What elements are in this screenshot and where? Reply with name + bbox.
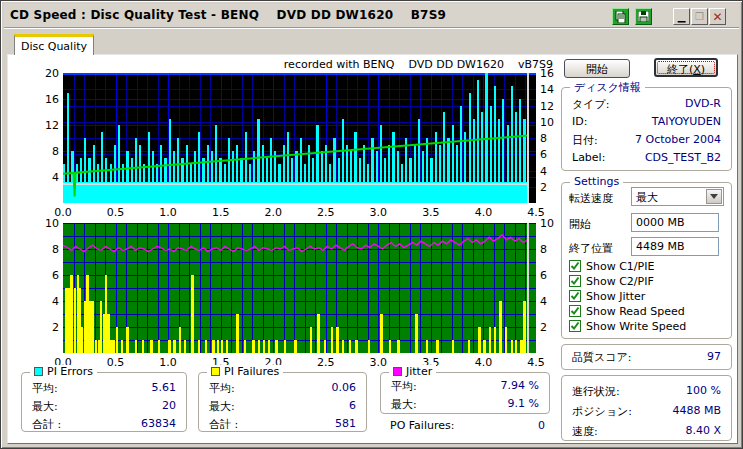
axis-tick-label: 16 — [37, 93, 59, 106]
pi-errors-stats-box: PI Errors 平均:5.61最大:20合計 :63834 — [21, 372, 187, 432]
checkbox-show-write-speed[interactable]: Show Write Speed — [569, 319, 686, 333]
pi-errors-stat-row: 合計 :63834 — [32, 417, 176, 433]
pi-failures-stat-row: 合計 :581 — [209, 417, 356, 433]
tab-disc-quality[interactable]: Disc Quality — [14, 34, 94, 55]
minimize-button[interactable]: ▁ — [673, 8, 690, 25]
progress-value: 4488 MB — [672, 404, 721, 417]
checkbox-box[interactable] — [569, 290, 581, 302]
jitter-stat-value: 9.1 % — [508, 397, 539, 410]
checkbox-label: Show Read Speed — [586, 305, 685, 318]
checkbox-label: Show Jitter — [586, 290, 645, 303]
pi-errors-stat-label: 最大: — [32, 399, 58, 414]
pi-failures-stat-value: 0.06 — [332, 381, 357, 394]
axis-tick-label: 3.0 — [365, 356, 391, 369]
progress-row: ポジション:4488 MB — [572, 404, 721, 420]
axis-tick-label: 6 — [37, 269, 59, 282]
progress-value: 8.40 X — [685, 424, 721, 437]
disc-info-value: 7 October 2004 — [635, 133, 721, 146]
minimize-icon: ▁ — [678, 12, 686, 22]
checkbox-box[interactable] — [569, 320, 581, 332]
check-icon — [570, 306, 580, 316]
axis-tick-label: 0.0 — [50, 206, 76, 219]
transfer-speed-value: 最大 — [636, 191, 658, 204]
axis-tick-label: 1.0 — [155, 206, 181, 219]
checkbox-label: Show C2/PIF — [586, 275, 654, 288]
disc-info-label: タイプ: — [572, 97, 609, 112]
axis-tick-label: 4.0 — [470, 356, 496, 369]
pi-failures-legend-chip — [211, 367, 220, 376]
jitter-stats-box: Jitter 平均:7.94 %最大:9.1 % — [380, 372, 550, 414]
axis-tick-label: 4.0 — [470, 206, 496, 219]
disc-info-title: ディスク情報 — [574, 80, 641, 95]
pi-errors-stat-label: 合計 : — [32, 417, 61, 432]
progress-box: 進行状況:100 %ポジション:4488 MB速度:8.40 X — [561, 375, 732, 441]
checkbox-show-c1-pie[interactable]: Show C1/PIE — [569, 259, 654, 273]
exit-button[interactable]: 終了(X) — [654, 58, 718, 77]
pi-errors-stat-value: 5.61 — [152, 381, 177, 394]
maximize-icon: ❐ — [695, 12, 704, 22]
checkbox-show-read-speed[interactable]: Show Read Speed — [569, 304, 685, 318]
check-icon — [570, 291, 580, 301]
start-position-label: 開始 — [569, 217, 591, 232]
disc-info-row: ID:TAIYOYUDEN — [572, 115, 721, 131]
title-bar[interactable]: CD Speed : Disc Quality Test - BENQ DVD … — [4, 4, 739, 28]
checkbox-label: Show C1/PIE — [586, 260, 654, 273]
axis-tick-label: 8 — [37, 243, 59, 256]
axis-tick-label: 0.5 — [103, 356, 129, 369]
disc-info-value: CDS_TEST_B2 — [645, 151, 721, 164]
pi-failures-stat-row: 平均:0.06 — [209, 381, 356, 397]
disc-info-label: 日付: — [572, 133, 598, 148]
progress-row: 速度:8.40 X — [572, 424, 721, 440]
checkbox-show-c2-pif[interactable]: Show C2/PIF — [569, 274, 654, 288]
pi-failures-title: PI Failures — [224, 365, 279, 378]
save-button[interactable] — [635, 8, 652, 25]
jitter-stat-value: 7.94 % — [501, 379, 539, 392]
progress-label: ポジション: — [572, 404, 632, 419]
combo-dropdown-button[interactable] — [706, 189, 722, 204]
chart-header-text: recorded with BENQ DVD DD DW1620 vB7S9 — [221, 58, 553, 71]
axis-tick-label: 2.0 — [260, 206, 286, 219]
disc-info-label: ID: — [572, 115, 587, 128]
axis-tick-label: 4 — [37, 171, 59, 184]
pi-failures-stats-box: PI Failures 平均:0.06最大:6合計 :581 — [198, 372, 367, 432]
chevron-down-icon — [710, 194, 718, 199]
axis-tick-label: 0.5 — [103, 206, 129, 219]
maximize-button[interactable]: ❐ — [691, 8, 708, 25]
axis-tick-label: 3.5 — [418, 206, 444, 219]
quality-score-value: 97 — [707, 350, 721, 363]
pi-errors-chart — [63, 73, 536, 203]
pi-errors-legend-chip — [34, 367, 43, 376]
disc-info-row: Label:CDS_TEST_B2 — [572, 151, 721, 167]
check-icon — [570, 321, 580, 331]
app-window: CD Speed : Disc Quality Test - BENQ DVD … — [0, 0, 743, 449]
axis-tick-label: 2 — [37, 321, 59, 334]
quality-score-label: 品質スコア: — [572, 350, 631, 365]
close-icon: ✕ — [712, 12, 722, 22]
pi-failures-stat-label: 平均: — [209, 381, 235, 396]
pi-errors-stat-value: 20 — [162, 399, 176, 412]
axis-tick-label: 2.5 — [313, 356, 339, 369]
checkbox-box[interactable] — [569, 275, 581, 287]
checkbox-box[interactable] — [569, 260, 581, 272]
start-button[interactable]: 開始 — [564, 59, 630, 78]
disc-info-row: タイプ:DVD-R — [572, 97, 721, 113]
close-button[interactable]: ✕ — [709, 8, 726, 25]
checkbox-box[interactable] — [569, 305, 581, 317]
pi-failures-stat-label: 最大: — [209, 399, 235, 414]
axis-tick-label: 1.5 — [208, 206, 234, 219]
transfer-speed-combobox[interactable]: 最大 — [631, 187, 724, 206]
start-position-field[interactable]: 0000 MB — [631, 213, 719, 232]
checkbox-show-jitter[interactable]: Show Jitter — [569, 289, 645, 303]
check-icon — [570, 276, 580, 286]
pi-failures-stat-value: 6 — [349, 399, 356, 412]
floppy-disk-icon — [638, 11, 649, 22]
end-position-field[interactable]: 4489 MB — [631, 237, 719, 256]
po-failures-value: 0 — [538, 419, 545, 432]
copy-to-clipboard-button[interactable] — [612, 8, 629, 25]
axis-tick-label: 20 — [37, 67, 59, 80]
pi-errors-stat-row: 平均:5.61 — [32, 381, 176, 397]
clipboard-icon — [615, 11, 626, 23]
progress-label: 進行状況: — [572, 384, 620, 399]
progress-row: 進行状況:100 % — [572, 384, 721, 400]
axis-tick-label: 8 — [37, 145, 59, 158]
